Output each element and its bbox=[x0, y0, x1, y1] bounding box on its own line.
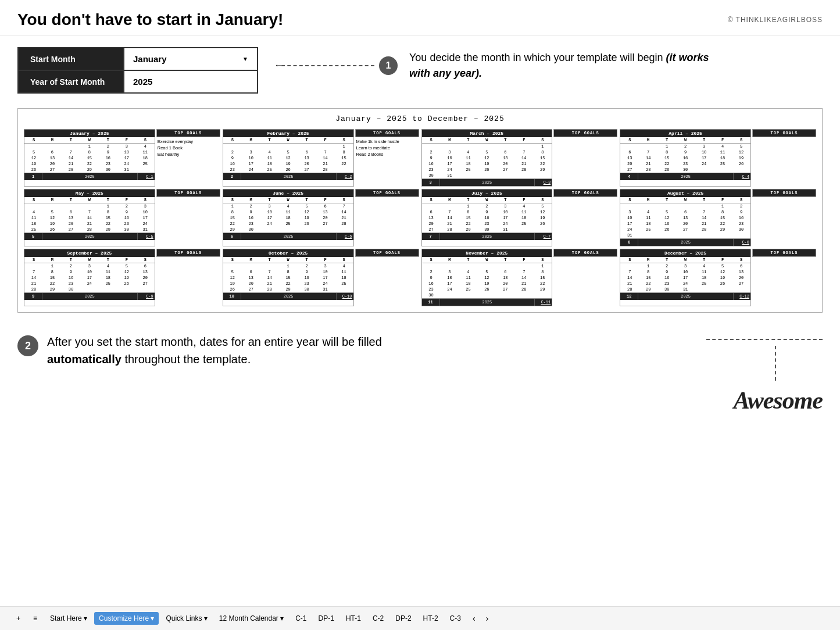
step2-circle: 2 bbox=[17, 335, 38, 356]
month-unit-6: June – 2025SMTWTFS1234567891011121314151… bbox=[223, 189, 419, 246]
nav-tab-5[interactable]: DP-1 bbox=[314, 612, 339, 625]
top-goals-col-10: TOP GOALS bbox=[355, 249, 419, 306]
month-unit-10: October – 2025SMTWTFS1234567891011121314… bbox=[223, 249, 419, 306]
mini-cal-2: February – 2025SMTWTFS123456789101112131… bbox=[223, 129, 354, 187]
mini-cal-1: January – 2025SMTWTFS1234567891011121314… bbox=[24, 129, 155, 187]
input-section: Start Month January ▼ Year of Start Mont… bbox=[17, 47, 823, 94]
year-value[interactable]: 2025 bbox=[123, 70, 257, 92]
mini-cal-7: July – 2025SMTWTFS1234567891011121314151… bbox=[421, 189, 553, 246]
annotation1-text: You decide the month in which your templ… bbox=[409, 50, 729, 81]
top-goals-col-8: TOP GOALS bbox=[752, 189, 816, 246]
header: You don't have to start in January! © TH… bbox=[0, 0, 840, 35]
month-unit-4: April – 2025SMTWTFS123456789101112131415… bbox=[620, 129, 816, 187]
goal-item: Make 1k in side hustle bbox=[355, 138, 419, 145]
nav-tab-7[interactable]: C-2 bbox=[368, 612, 388, 625]
start-month-value[interactable]: January ▼ bbox=[123, 48, 257, 70]
nav-tab-2[interactable]: Quick Links ▾ bbox=[161, 612, 212, 625]
mini-cal-12: December – 2025SMTWTFS123456789101112131… bbox=[620, 249, 751, 306]
bottom-section: 2 After you set the start month, dates f… bbox=[17, 324, 823, 423]
mini-cal-4: April – 2025SMTWTFS123456789101112131415… bbox=[620, 129, 751, 187]
calendar-range-title: January – 2025 to December – 2025 bbox=[24, 114, 816, 123]
nav-tab-8[interactable]: DP-2 bbox=[391, 612, 416, 625]
dropdown-arrow-icon: ▼ bbox=[242, 56, 248, 62]
dashed-arrow bbox=[281, 65, 374, 66]
mini-cal-9: September – 2025SMTWTFS12345678910111213… bbox=[24, 249, 155, 306]
mini-cal-3: March – 2025SMTWTFS123456789101112131415… bbox=[421, 129, 553, 187]
month-unit-7: July – 2025SMTWTFS1234567891011121314151… bbox=[421, 189, 618, 246]
month-unit-12: December – 2025SMTWTFS123456789101112131… bbox=[620, 249, 816, 306]
top-goals-col-6: TOP GOALS bbox=[355, 189, 419, 246]
mini-cal-11: November – 2025SMTWTFS123456789101112131… bbox=[421, 249, 553, 306]
top-goals-col-2: TOP GOALSMake 1k in side hustleLearn to … bbox=[355, 129, 419, 187]
page-title: You don't have to start in January! bbox=[17, 10, 283, 29]
nav-menu[interactable]: ≡ bbox=[28, 612, 42, 625]
awesome-text: Awesome bbox=[734, 386, 823, 414]
annotation1-area: 1 You decide the month in which your tem… bbox=[281, 50, 729, 81]
copyright: © THINKLIKEAGIRLBOSS bbox=[728, 16, 823, 24]
top-goals-col-3: TOP GOALS bbox=[553, 129, 617, 187]
nav-prev[interactable]: ‹ bbox=[469, 611, 479, 625]
nav-tab-1[interactable]: Customize Here ▾ bbox=[94, 612, 159, 625]
dashed-line bbox=[706, 339, 823, 340]
nav-plus[interactable]: + bbox=[12, 612, 25, 625]
goal-item: Exercise everyday bbox=[156, 138, 220, 145]
month-unit-3: March – 2025SMTWTFS123456789101112131415… bbox=[421, 129, 618, 187]
top-goals-col-5: TOP GOALS bbox=[156, 189, 220, 246]
annotation2-text: After you set the start month, dates for… bbox=[47, 333, 454, 368]
nav-tab-4[interactable]: C-1 bbox=[291, 612, 311, 625]
goal-item: Read 1 Book bbox=[156, 145, 220, 151]
mini-cal-10: October – 2025SMTWTFS1234567891011121314… bbox=[223, 249, 354, 306]
nav-tabs: Start Here ▾Customize Here ▾Quick Links … bbox=[45, 612, 466, 625]
year-row: Year of Start Month 2025 bbox=[19, 70, 257, 92]
goal-item: Eat healthy bbox=[156, 151, 220, 158]
mini-cal-8: August – 2025SMTWTFS12345678910111213141… bbox=[620, 189, 751, 246]
nav-tab-10[interactable]: C-3 bbox=[445, 612, 466, 625]
step1-circle: 1 bbox=[379, 56, 398, 75]
input-table: Start Month January ▼ Year of Start Mont… bbox=[17, 47, 258, 94]
calendar-grid: January – 2025SMTWTFS1234567891011121314… bbox=[24, 129, 816, 306]
bottom-right: Awesome bbox=[706, 333, 823, 414]
main-content: Start Month January ▼ Year of Start Mont… bbox=[0, 35, 840, 435]
goal-item: Learn to meditate bbox=[355, 145, 419, 151]
nav-next[interactable]: › bbox=[482, 611, 492, 625]
month-unit-5: May – 2025SMTWTFS12345678910111213141516… bbox=[24, 189, 220, 246]
calendar-container: January – 2025 to December – 2025 Januar… bbox=[17, 108, 823, 313]
vertical-dashed-line bbox=[775, 346, 776, 381]
month-unit-2: February – 2025SMTWTFS123456789101112131… bbox=[223, 129, 419, 187]
mini-cal-5: May – 2025SMTWTFS12345678910111213141516… bbox=[24, 189, 155, 246]
top-goals-col-12: TOP GOALS bbox=[752, 249, 816, 306]
month-unit-8: August – 2025SMTWTFS12345678910111213141… bbox=[620, 189, 816, 246]
bottom-nav: + ≡ Start Here ▾Customize Here ▾Quick Li… bbox=[0, 606, 840, 630]
nav-tab-3[interactable]: 12 Month Calendar ▾ bbox=[215, 612, 288, 625]
start-month-row: Start Month January ▼ bbox=[19, 48, 257, 70]
top-goals-col-4: TOP GOALS bbox=[752, 129, 816, 187]
nav-tab-0[interactable]: Start Here ▾ bbox=[45, 612, 92, 625]
top-goals-col-11: TOP GOALS bbox=[553, 249, 617, 306]
year-label: Year of Start Month bbox=[19, 70, 123, 92]
top-goals-col-9: TOP GOALS bbox=[156, 249, 220, 306]
month-unit-1: January – 2025SMTWTFS1234567891011121314… bbox=[24, 129, 220, 187]
month-unit-11: November – 2025SMTWTFS123456789101112131… bbox=[421, 249, 618, 306]
start-month-label: Start Month bbox=[19, 48, 123, 70]
goal-item: Read 2 Books bbox=[355, 151, 419, 158]
mini-cal-6: June – 2025SMTWTFS1234567891011121314151… bbox=[223, 189, 354, 246]
nav-tab-6[interactable]: HT-1 bbox=[341, 612, 366, 625]
annotation2-area: 2 After you set the start month, dates f… bbox=[17, 333, 454, 368]
top-goals-col-1: TOP GOALSExercise everydayRead 1 BookEat… bbox=[156, 129, 220, 187]
top-goals-col-7: TOP GOALS bbox=[553, 189, 617, 246]
nav-tab-9[interactable]: HT-2 bbox=[419, 612, 443, 625]
month-unit-9: September – 2025SMTWTFS12345678910111213… bbox=[24, 249, 220, 306]
